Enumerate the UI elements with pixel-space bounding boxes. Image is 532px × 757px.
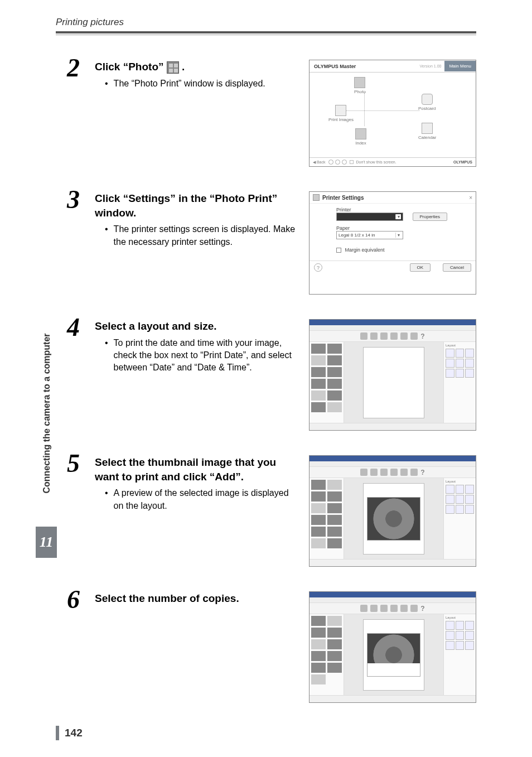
ok-button[interactable]: OK: [410, 263, 431, 272]
thumbnail[interactable]: [311, 616, 326, 626]
printer-select[interactable]: ▾: [336, 213, 403, 221]
thumbnail[interactable]: [327, 527, 342, 537]
layout-option[interactable]: [456, 359, 465, 368]
thumbnail[interactable]: [311, 344, 326, 354]
toolbar-icon[interactable]: [410, 469, 418, 476]
toolbar-icon[interactable]: [390, 605, 398, 612]
main-menu-button[interactable]: Main Menu: [444, 61, 476, 71]
toolbar-icon[interactable]: [410, 332, 418, 340]
layout-option[interactable]: [446, 349, 454, 358]
thumbnail[interactable]: [327, 402, 342, 412]
thumbnail[interactable]: [311, 639, 326, 649]
thumbnail[interactable]: [327, 480, 342, 490]
layout-option[interactable]: [456, 505, 465, 514]
layout-option[interactable]: [465, 505, 474, 514]
toolbar-icon[interactable]: [400, 605, 408, 612]
thumbnail[interactable]: [311, 628, 326, 638]
toolbar-icon[interactable]: [410, 605, 418, 612]
back-link[interactable]: ◀ Back: [313, 160, 326, 165]
layout-option[interactable]: [446, 359, 454, 368]
thumbnail[interactable]: [311, 538, 326, 548]
layout-option[interactable]: [456, 369, 465, 378]
thumbnail[interactable]: [311, 390, 326, 401]
layout-option[interactable]: [446, 621, 454, 630]
thumbnail[interactable]: [327, 367, 342, 377]
thumbnail[interactable]: [327, 344, 342, 354]
layout-option[interactable]: [456, 485, 465, 494]
layout-option[interactable]: [456, 631, 465, 640]
layout-option[interactable]: [446, 631, 454, 640]
thumbnail[interactable]: [311, 480, 326, 490]
thumbnail[interactable]: [327, 355, 342, 365]
thumbnail[interactable]: [311, 503, 326, 513]
help-icon[interactable]: ?: [314, 263, 322, 272]
thumbnail[interactable]: [311, 663, 326, 673]
layout-option[interactable]: [456, 349, 465, 358]
toolbar-icon[interactable]: [370, 332, 378, 340]
layout-option[interactable]: [465, 369, 474, 378]
photo-menu-item[interactable]: Photo: [354, 77, 366, 94]
thumbnail[interactable]: [311, 515, 326, 525]
layout-option[interactable]: [456, 621, 465, 630]
layout-option[interactable]: [456, 495, 465, 504]
toolbar-icon[interactable]: [390, 332, 398, 340]
thumbnail[interactable]: [311, 355, 326, 365]
toolbar-icon[interactable]: [400, 332, 408, 340]
layout-option[interactable]: [465, 349, 474, 358]
toolbar-icon[interactable]: [380, 332, 388, 340]
layout-option[interactable]: [465, 495, 474, 504]
toolbar-icon[interactable]: [360, 605, 367, 612]
dont-show-checkbox[interactable]: [350, 160, 354, 164]
thumbnail[interactable]: [311, 402, 326, 412]
layout-option[interactable]: [465, 631, 474, 640]
index-menu-item[interactable]: Index: [355, 128, 366, 146]
print-images-menu-item[interactable]: Print Images: [328, 105, 354, 122]
thumbnail[interactable]: [311, 674, 326, 684]
thumbnail[interactable]: [327, 515, 342, 525]
toolbar-icon[interactable]: [370, 605, 378, 612]
toolbar-icon[interactable]: [370, 469, 378, 476]
printer-icon: [313, 194, 320, 201]
thumbnail[interactable]: [311, 527, 326, 537]
layout-option[interactable]: [446, 485, 454, 494]
thumbnail[interactable]: [327, 503, 342, 513]
thumbnail[interactable]: [327, 616, 342, 626]
layout-option[interactable]: [446, 369, 454, 378]
calendar-menu-item[interactable]: Calendar: [418, 123, 436, 140]
postcard-menu-item[interactable]: Postcard: [418, 94, 436, 111]
toolbar-icon[interactable]: [360, 332, 367, 340]
toolbar-icon[interactable]: [390, 469, 398, 476]
help-icon[interactable]: ?: [420, 469, 424, 476]
thumbnail[interactable]: [327, 639, 342, 649]
thumbnail[interactable]: [311, 651, 326, 661]
layout-option[interactable]: [446, 495, 454, 504]
toolbar-icon[interactable]: [380, 605, 388, 612]
thumbnail[interactable]: [327, 390, 342, 401]
layout-option[interactable]: [465, 485, 474, 494]
thumbnail[interactable]: [327, 663, 342, 673]
toolbar-icon[interactable]: [380, 469, 388, 476]
help-icon[interactable]: ?: [420, 605, 424, 612]
layout-option[interactable]: [465, 359, 474, 368]
layout-option[interactable]: [446, 505, 454, 514]
toolbar-icon[interactable]: [400, 469, 408, 476]
thumbnail[interactable]: [327, 628, 342, 638]
paper-select[interactable]: Legal 8 1/2 x 14 in▾: [336, 231, 403, 239]
thumbnail[interactable]: [311, 379, 326, 389]
thumbnail[interactable]: [311, 367, 326, 377]
layout-option[interactable]: [465, 621, 474, 630]
properties-button[interactable]: Properties: [413, 213, 447, 221]
close-icon[interactable]: ×: [469, 195, 472, 201]
margin-checkbox[interactable]: [336, 248, 341, 253]
toolbar-icon[interactable]: [360, 469, 367, 476]
layout-option[interactable]: [446, 641, 454, 650]
thumbnail[interactable]: [327, 491, 342, 502]
thumbnail[interactable]: [327, 379, 342, 389]
layout-option[interactable]: [465, 641, 474, 650]
layout-option[interactable]: [456, 641, 465, 650]
thumbnail[interactable]: [327, 538, 342, 548]
thumbnail[interactable]: [311, 491, 326, 502]
cancel-button[interactable]: Cancel: [443, 263, 471, 272]
thumbnail[interactable]: [327, 651, 342, 661]
help-icon[interactable]: ?: [420, 332, 424, 340]
